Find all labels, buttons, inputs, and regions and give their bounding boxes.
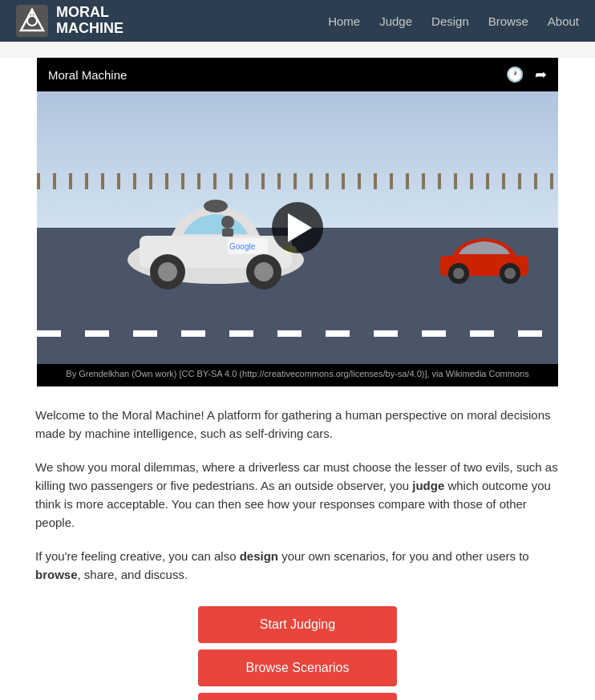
text-content: Welcome to the Moral Machine! A platform…: [32, 406, 563, 584]
cta-buttons: Start Judging Browse Scenarios View Inst…: [32, 606, 563, 700]
video-title: Moral Machine: [48, 68, 127, 82]
watch-later-icon[interactable]: 🕐: [506, 66, 524, 83]
svg-point-6: [221, 216, 234, 229]
view-instructions-button[interactable]: View Instructions: [198, 693, 397, 700]
paragraph-2: We show you moral dilemmas, where a driv…: [35, 458, 560, 532]
design-bold: design: [240, 549, 278, 563]
logo[interactable]: MORAL MACHINE: [16, 5, 123, 37]
svg-point-9: [158, 262, 177, 281]
video-thumbnail[interactable]: Google: [37, 91, 558, 364]
svg-point-12: [204, 200, 228, 212]
main-content: Moral Machine 🕐 ➦: [0, 58, 595, 700]
svg-rect-7: [222, 229, 233, 237]
logo-text: MORAL MACHINE: [56, 5, 123, 37]
browse-bold: browse: [35, 568, 78, 581]
judge-bold: judge: [412, 479, 444, 492]
svg-point-11: [254, 262, 273, 281]
share-icon[interactable]: ➦: [535, 66, 547, 83]
svg-point-18: [453, 268, 464, 279]
video-caption: By Grendelkhan (Own work) [CC BY-SA 4.0 …: [37, 364, 558, 386]
paragraph-1: Welcome to the Moral Machine! A platform…: [35, 406, 560, 443]
nav-design[interactable]: Design: [431, 14, 469, 28]
svg-text:Google: Google: [229, 242, 256, 251]
navbar: MORAL MACHINE Home Judge Design Browse A…: [0, 0, 595, 42]
video-title-bar: Moral Machine 🕐 ➦: [37, 58, 558, 91]
video-container: Moral Machine 🕐 ➦: [37, 58, 558, 386]
red-car-svg: [436, 224, 532, 288]
logo-icon: [16, 5, 48, 37]
nav-links: Home Judge Design Browse About: [328, 14, 579, 28]
paragraph-3: If you're feeling creative, you can also…: [35, 547, 560, 585]
nav-home[interactable]: Home: [328, 14, 360, 28]
road-line: [37, 330, 558, 337]
start-judging-button[interactable]: Start Judging: [198, 606, 397, 643]
play-button[interactable]: [272, 202, 323, 253]
nav-judge[interactable]: Judge: [379, 14, 412, 28]
nav-browse[interactable]: Browse: [488, 14, 528, 28]
video-icons: 🕐 ➦: [506, 66, 547, 83]
play-triangle-icon: [288, 213, 312, 242]
browse-scenarios-button[interactable]: Browse Scenarios: [198, 649, 397, 686]
svg-point-20: [504, 268, 516, 279]
nav-about[interactable]: About: [548, 14, 579, 28]
red-car: [436, 224, 532, 288]
